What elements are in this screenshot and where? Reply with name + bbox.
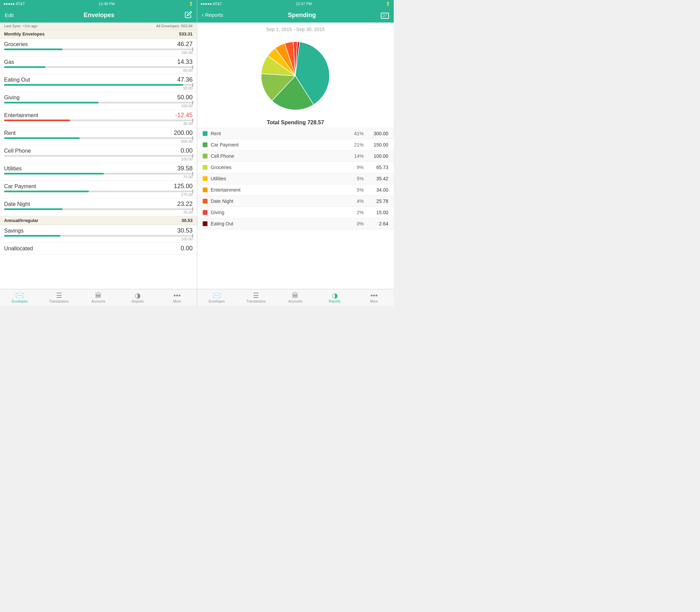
calendar-button[interactable]: 27 xyxy=(381,12,389,18)
progress-track xyxy=(4,66,193,68)
envelope-budget: 75.00 xyxy=(4,175,193,179)
legend-label: Giving xyxy=(211,210,350,215)
legend-value: 2.64 xyxy=(368,221,388,226)
reports-icon-right: ◑ xyxy=(332,292,338,299)
edit-button[interactable]: Edit xyxy=(5,12,14,18)
progress-fill xyxy=(4,102,98,103)
progress-marker xyxy=(192,83,193,87)
progress-fill xyxy=(4,208,63,210)
tab-more-left[interactable]: ••• More xyxy=(157,289,197,306)
unallocated-label: Unallocated xyxy=(4,246,33,252)
envelope-spent: 23.22 xyxy=(177,200,192,208)
section-header-monthly: Monthly Envelopes 533.31 xyxy=(0,30,197,39)
legend-label: Car Payment xyxy=(211,142,350,148)
envelope-item[interactable]: Car Payment 125.00 275.00 xyxy=(0,181,197,198)
envelope-item[interactable]: Utilities 39.58 75.00 xyxy=(0,163,197,181)
legend-label: Utilities xyxy=(211,176,350,181)
envelope-spent: -12.45 xyxy=(175,112,192,119)
progress-fill xyxy=(4,48,63,50)
total-spending: Total Spending 728.57 xyxy=(197,117,394,128)
legend-color-swatch xyxy=(203,165,207,170)
reports-content: Sep 1, 2015 - Sep 30, 2015 Total Spendin… xyxy=(197,23,394,289)
progress-marker xyxy=(192,65,193,69)
envelope-name: Cell Phone xyxy=(4,148,31,154)
tab-accounts-left[interactable]: 🏛 Accounts xyxy=(79,289,118,306)
envelope-spent: 46.27 xyxy=(177,41,192,48)
compose-button[interactable] xyxy=(185,11,192,19)
envelope-name: Utilities xyxy=(4,166,22,172)
legend-pct: 9% xyxy=(350,165,364,170)
progress-marker xyxy=(192,47,193,51)
envelope-budget: 275.00 xyxy=(4,193,193,197)
envelope-item[interactable]: Date Night 23.22 75.00 xyxy=(0,198,197,216)
carrier-left: ●●●●● AT&T xyxy=(3,2,25,6)
progress-fill xyxy=(4,191,89,192)
legend-item[interactable]: Eating Out 0% 2.64 xyxy=(197,218,394,230)
legend-color-swatch xyxy=(203,142,207,147)
legend-item[interactable]: Giving 2% 15.00 xyxy=(197,207,394,218)
progress-fill xyxy=(4,137,80,139)
envelope-item[interactable]: Savings 30.53 100.00 xyxy=(0,225,197,243)
legend-item[interactable]: Utilities 5% 35.42 xyxy=(197,173,394,184)
accounts-icon: 🏛 xyxy=(95,292,102,299)
envelope-name: Rent xyxy=(4,130,16,136)
transactions-icon: ☰ xyxy=(56,292,62,299)
envelope-item[interactable]: Gas 14.33 65.00 xyxy=(0,56,197,74)
legend-color-swatch xyxy=(203,176,207,181)
reports-icon-left: ◑ xyxy=(135,292,140,299)
envelope-spent: 14.33 xyxy=(177,58,192,66)
legend-value: 15.00 xyxy=(368,210,388,215)
envelopes-icon-right: ✉️ xyxy=(213,292,221,299)
legend-label: Entertainment xyxy=(211,187,350,193)
legend-item[interactable]: Entertainment 5% 34.00 xyxy=(197,184,394,196)
legend-pct: 0% xyxy=(350,221,364,226)
progress-marker xyxy=(192,119,193,122)
envelope-item[interactable]: Eating Out 47.36 50.00 xyxy=(0,74,197,92)
time-left: 12:46 PM xyxy=(99,2,115,6)
battery-left: 🔋 xyxy=(189,2,193,6)
progress-track xyxy=(4,84,193,86)
legend-pct: 5% xyxy=(350,176,364,181)
tab-envelopes-left[interactable]: ✉️ Envelopes xyxy=(0,289,39,306)
legend-color-swatch xyxy=(203,154,207,158)
envelope-list: Monthly Envelopes 533.31 Groceries 46.27… xyxy=(0,30,197,289)
legend-label: Rent xyxy=(211,131,350,136)
legend-item[interactable]: Cell Phone 14% 100.00 xyxy=(197,151,394,162)
nav-bar-right: ‹ Reports Spending 27 xyxy=(197,8,394,23)
envelope-item[interactable]: Groceries 46.27 150.00 xyxy=(0,39,197,56)
legend-item[interactable]: Date Night 4% 25.78 xyxy=(197,196,394,207)
status-bar-right: ●●●●● AT&T 12:47 PM 🔋 xyxy=(197,0,394,8)
annual-envelope-items: Savings 30.53 100.00 xyxy=(0,225,197,243)
pie-chart-container xyxy=(197,35,394,117)
envelope-item[interactable]: Entertainment -12.45 35.00 xyxy=(0,110,197,127)
envelope-budget: 35.00 xyxy=(4,122,193,126)
progress-marker xyxy=(192,136,193,140)
legend-item[interactable]: Groceries 9% 65.73 xyxy=(197,162,394,173)
unallocated-item[interactable]: Unallocated 0.00 xyxy=(0,243,197,254)
envelope-spent: 50.00 xyxy=(177,94,192,101)
legend-color-swatch xyxy=(203,187,207,192)
envelope-item[interactable]: Cell Phone 0.00 100.00 xyxy=(0,145,197,163)
progress-track xyxy=(4,235,193,237)
tab-envelopes-right[interactable]: ✉️ Envelopes xyxy=(197,289,237,306)
tab-accounts-right[interactable]: 🏛 Accounts xyxy=(276,289,315,306)
tab-reports-left[interactable]: ◑ Reports xyxy=(118,289,157,306)
legend-label: Eating Out xyxy=(211,221,350,226)
envelope-item[interactable]: Rent 200.00 500.00 xyxy=(0,127,197,145)
tab-more-right[interactable]: ••• More xyxy=(354,289,394,306)
unallocated-amount: 0.00 xyxy=(180,245,192,252)
legend-value: 300.00 xyxy=(368,131,388,136)
tab-transactions-left[interactable]: ☰ Transactions xyxy=(39,289,79,306)
legend-item[interactable]: Rent 41% 300.00 xyxy=(197,128,394,139)
progress-track xyxy=(4,102,193,103)
tab-reports-right[interactable]: ◑ Reports xyxy=(315,289,354,306)
spending-screen: ●●●●● AT&T 12:47 PM 🔋 ‹ Reports Spending… xyxy=(197,0,394,306)
envelope-item[interactable]: Giving 50.00 100.00 xyxy=(0,92,197,110)
sync-bar: Last Sync: <1m ago All Envelopes: 563.84 xyxy=(0,23,197,30)
back-button[interactable]: ‹ Reports xyxy=(202,12,223,18)
transactions-icon-right: ☰ xyxy=(253,292,259,299)
tab-transactions-right[interactable]: ☰ Transactions xyxy=(237,289,276,306)
progress-track xyxy=(4,173,193,175)
legend-item[interactable]: Car Payment 21% 150.00 xyxy=(197,139,394,151)
progress-marker xyxy=(192,172,193,176)
